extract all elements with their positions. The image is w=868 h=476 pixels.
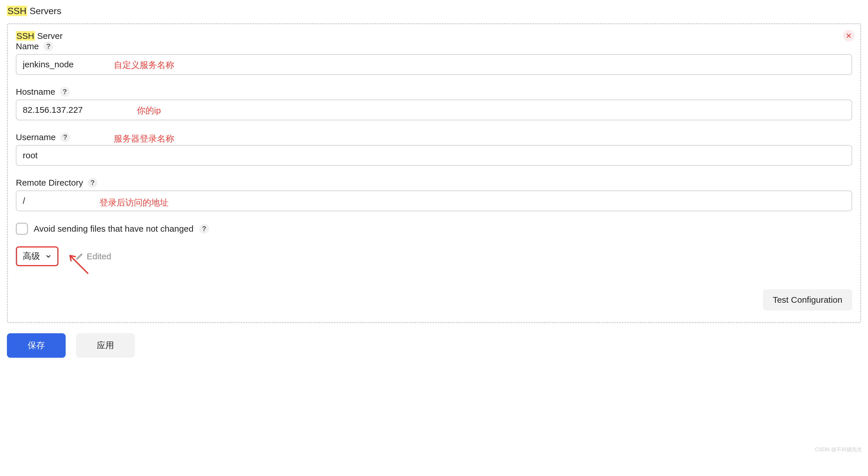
- name-label-row: Name ?: [16, 41, 852, 51]
- panel-title-highlight: SSH: [16, 31, 35, 41]
- ssh-server-panel: SSH Server Name ? 自定义服务名称 Hostname ? 你的i…: [7, 23, 861, 323]
- hostname-label: Hostname: [16, 87, 55, 97]
- footer-actions: 保存 应用: [7, 333, 861, 358]
- username-label-row: Username ?: [16, 132, 852, 142]
- avoid-sending-row: Avoid sending files that have not change…: [16, 223, 852, 235]
- avoid-sending-checkbox[interactable]: [16, 223, 28, 235]
- close-button[interactable]: [843, 30, 855, 41]
- panel-title: SSH Server: [16, 31, 852, 41]
- remote-dir-label-row: Remote Directory ?: [16, 178, 852, 188]
- arrow-annotation-icon: [65, 250, 91, 276]
- test-row: Test Configuration: [16, 289, 852, 310]
- close-icon: [846, 33, 851, 39]
- username-help-icon[interactable]: ?: [60, 132, 70, 142]
- remote-dir-help-icon[interactable]: ?: [88, 178, 97, 188]
- username-input[interactable]: [16, 145, 852, 166]
- hostname-help-icon[interactable]: ?: [60, 87, 70, 97]
- name-label: Name: [16, 41, 39, 51]
- name-input[interactable]: [16, 54, 852, 75]
- hostname-input[interactable]: [16, 100, 852, 120]
- apply-button[interactable]: 应用: [76, 333, 135, 358]
- avoid-sending-help-icon[interactable]: ?: [199, 224, 209, 234]
- name-help-icon[interactable]: ?: [43, 41, 53, 51]
- section-title: SSH Servers: [7, 6, 861, 16]
- hostname-label-row: Hostname ?: [16, 87, 852, 97]
- test-configuration-button[interactable]: Test Configuration: [763, 289, 852, 310]
- remote-dir-label: Remote Directory: [16, 178, 83, 188]
- advanced-button[interactable]: 高级: [16, 246, 58, 266]
- section-title-rest: Servers: [27, 6, 61, 16]
- advanced-row: 高级 Edited: [16, 246, 852, 266]
- avoid-sending-label: Avoid sending files that have not change…: [34, 224, 193, 234]
- panel-title-rest: Server: [35, 31, 63, 41]
- advanced-label: 高级: [23, 250, 40, 262]
- section-title-highlight: SSH: [7, 6, 27, 16]
- save-button[interactable]: 保存: [7, 333, 66, 358]
- username-label: Username: [16, 132, 56, 142]
- chevron-down-icon: [45, 253, 52, 260]
- remote-dir-input[interactable]: [16, 191, 852, 211]
